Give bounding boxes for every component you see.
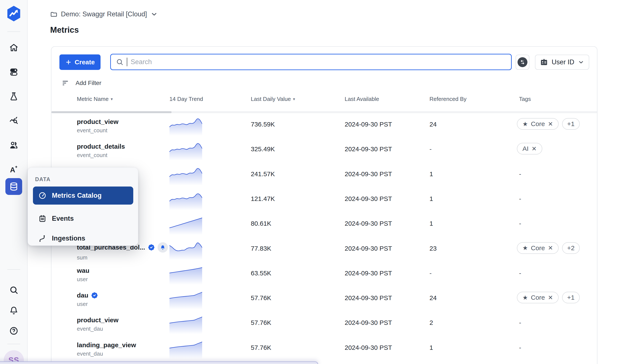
column-header-last-available[interactable]: Last Available: [345, 96, 379, 102]
sidebar-help[interactable]: [0, 323, 28, 339]
folder-icon: [50, 11, 58, 18]
sidebar-item-home[interactable]: [0, 40, 28, 56]
id-swap-button[interactable]: [516, 55, 529, 70]
star-icon: ★: [523, 244, 528, 252]
database-icon: [9, 182, 18, 191]
metric-subtitle: sum: [77, 254, 168, 261]
table-row[interactable]: product_detailsevent_count325.49K2024-09…: [51, 138, 597, 162]
sort-arrow-icon: ▾: [293, 97, 295, 102]
sidebar-divider: [7, 269, 20, 270]
sidebar-search[interactable]: [0, 282, 28, 298]
create-button[interactable]: Create: [60, 54, 101, 70]
bottom-sheet-edge[interactable]: [0, 362, 318, 364]
sidebar-divider: [7, 31, 20, 32]
alert-bell-icon[interactable]: [157, 242, 168, 253]
last-daily-value: 241.57K: [251, 170, 275, 178]
more-tags-chip[interactable]: +2: [562, 242, 580, 254]
trend-sparkline: [170, 141, 202, 161]
star-icon: ★: [523, 121, 528, 128]
metric-subtitle: event_dau: [77, 350, 136, 357]
no-tags-dash: -: [519, 270, 521, 277]
tags-cell: ★Core✕+1: [517, 118, 580, 130]
help-circle-icon: [9, 326, 18, 335]
swap-icon: [518, 57, 527, 67]
referenced-by: 1: [430, 170, 433, 178]
sidebar-item-gates[interactable]: [0, 64, 28, 80]
last-available: 2024-09-30 PST: [345, 319, 392, 326]
remove-tag-icon[interactable]: ✕: [548, 121, 553, 128]
sidebar-item-data[interactable]: [5, 178, 22, 195]
chart-search-icon: [9, 116, 18, 125]
tags-cell: -: [519, 341, 521, 349]
page-title: Metrics: [50, 25, 79, 35]
add-filter-button[interactable]: Add Filter: [62, 79, 101, 87]
toggles-icon: [9, 68, 18, 76]
metric-subtitle: event_dau: [77, 325, 118, 332]
tags-cell: AI✕: [517, 143, 542, 154]
sidebar-item-ai[interactable]: A: [0, 161, 28, 178]
tag-chip[interactable]: AI✕: [517, 143, 542, 154]
tag-chip[interactable]: ★Core✕: [517, 242, 559, 254]
popup-item-ingestions[interactable]: Ingestions: [33, 230, 133, 246]
metric-name[interactable]: landing_page_view: [77, 341, 136, 349]
tags-cell: -: [519, 193, 521, 200]
table-row[interactable]: wauuser63.55K2024-09-30 PST--: [51, 262, 597, 287]
id-type-dropdown[interactable]: User ID: [535, 55, 589, 70]
breadcrumb[interactable]: Demo: Swaggr Retail [Cloud]: [50, 10, 158, 18]
column-header-referenced-by[interactable]: Referenced By: [430, 96, 466, 102]
tags-cell: -: [519, 267, 521, 274]
popup-item-metrics-catalog[interactable]: Metrics Catalog: [33, 186, 133, 205]
star-icon: ★: [523, 294, 528, 301]
trend-sparkline: [170, 241, 202, 261]
chevron-down-icon: [151, 11, 158, 18]
tags-cell: -: [519, 217, 521, 225]
search-box: [110, 54, 512, 70]
sidebar: A SS: [0, 0, 28, 364]
search-input[interactable]: [131, 58, 506, 66]
metric-name[interactable]: wau: [77, 267, 89, 274]
referenced-by: -: [430, 145, 432, 153]
last-daily-value: 121.47K: [251, 195, 275, 202]
metric-subtitle: event_count: [77, 127, 118, 134]
column-header-tags[interactable]: Tags: [519, 96, 531, 102]
column-header-metric-name[interactable]: Metric Name▾: [77, 96, 113, 102]
metric-subtitle: user: [77, 276, 89, 283]
column-header-last-daily-value[interactable]: Last Daily Value▾: [251, 96, 295, 102]
more-tags-chip[interactable]: +1: [562, 292, 580, 303]
metric-name[interactable]: product_details: [77, 143, 125, 150]
trend-sparkline: [170, 191, 202, 211]
last-daily-value: 77.83K: [251, 245, 271, 252]
popup-item-events[interactable]: Events: [33, 211, 133, 227]
sidebar-item-experiments[interactable]: [0, 88, 28, 105]
table-row[interactable]: dauuser57.76K2024-09-30 PST24★Core✕+1: [51, 287, 597, 311]
sidebar-notifications[interactable]: [0, 302, 28, 318]
tag-chip[interactable]: ★Core✕: [517, 292, 559, 303]
trend-sparkline: [170, 215, 202, 236]
last-daily-value: 80.61K: [251, 220, 271, 227]
tag-chip[interactable]: ★Core✕: [517, 118, 559, 130]
flask-icon: [9, 92, 18, 101]
referenced-by: 1: [430, 220, 433, 227]
filter-icon: [62, 79, 69, 87]
table-row[interactable]: landing_page_viewevent_dau57.76K2024-09-…: [51, 336, 597, 361]
remove-tag-icon[interactable]: ✕: [531, 145, 536, 152]
trend-sparkline: [170, 340, 202, 360]
column-header-14-day-trend[interactable]: 14 Day Trend: [170, 96, 203, 102]
last-available: 2024-09-30 PST: [345, 294, 392, 302]
table-row[interactable]: product_viewevent_count736.59K2024-09-30…: [51, 113, 597, 138]
sidebar-item-metrics-explore[interactable]: [0, 112, 28, 129]
metric-name[interactable]: product_view: [77, 118, 118, 125]
remove-tag-icon[interactable]: ✕: [548, 244, 553, 252]
more-tags-chip[interactable]: +1: [562, 118, 580, 130]
table-row[interactable]: product_viewevent_dau57.76K2024-09-30 PS…: [51, 311, 597, 336]
remove-tag-icon[interactable]: ✕: [548, 294, 553, 301]
metric-name[interactable]: product_view: [77, 317, 118, 324]
statsig-logo[interactable]: [6, 6, 21, 21]
plus-icon: [65, 59, 72, 65]
sidebar-item-users[interactable]: [0, 137, 28, 153]
last-available: 2024-09-30 PST: [345, 195, 392, 202]
users-icon: [9, 140, 18, 150]
last-available: 2024-09-30 PST: [345, 245, 392, 252]
last-daily-value: 736.59K: [251, 121, 275, 128]
metric-name[interactable]: dau: [77, 292, 98, 299]
